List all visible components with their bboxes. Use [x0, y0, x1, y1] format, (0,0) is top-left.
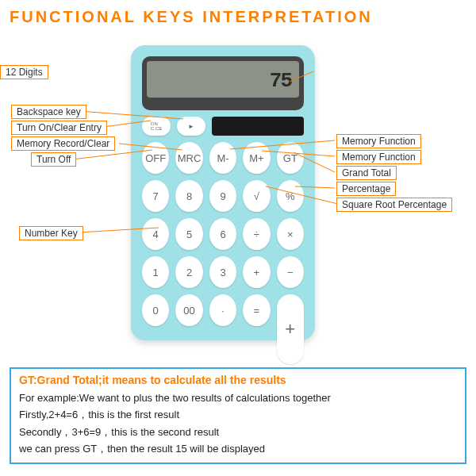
multiply-key[interactable]: ×: [277, 218, 304, 250]
calculator: 75 ON C.CE ► OFF MRC M- M+ GT 7 8 9 √ % …: [131, 45, 315, 340]
num-00[interactable]: 00: [175, 294, 202, 326]
info-l1: For example:We want to plus the two resu…: [19, 390, 457, 406]
num-7[interactable]: 7: [142, 180, 169, 212]
num-4[interactable]: 4: [142, 218, 169, 250]
label-numkey: Number Key: [19, 226, 83, 240]
label-sqrt: Square Root Percentage: [336, 198, 452, 212]
keypad: OFF MRC M- M+ GT 7 8 9 √ % 4 5 6 ÷ × 1 2…: [142, 142, 304, 364]
display: 75: [147, 61, 299, 98]
gt-key[interactable]: GT: [277, 142, 304, 174]
diagram-stage: 75 ON C.CE ► OFF MRC M- M+ GT 7 8 9 √ % …: [0, 29, 476, 363]
info-title: GT:Grand Total;it means to calculate all…: [19, 374, 457, 386]
num-6[interactable]: 6: [209, 218, 236, 250]
num-3[interactable]: 3: [209, 256, 236, 288]
off-key[interactable]: OFF: [142, 142, 169, 174]
sqrt-key[interactable]: √: [243, 180, 270, 212]
on-clear-button[interactable]: ON C.CE: [142, 117, 171, 136]
label-pct: Percentage: [336, 182, 396, 196]
label-digits: 12 Digits: [0, 65, 48, 79]
num-9[interactable]: 9: [209, 180, 236, 212]
info-box: GT:Grand Total;it means to calculate all…: [10, 367, 466, 464]
label-mem1: Memory Function: [336, 134, 421, 148]
decimal-key[interactable]: ·: [209, 294, 236, 326]
plus-key[interactable]: +: [243, 256, 270, 288]
lcd-frame: 75: [142, 56, 304, 110]
info-l3: Secondly，3+6=9，this is the second result: [19, 424, 457, 440]
page-title: FUNCTIONAL KEYS INTERPRETATION: [0, 0, 476, 29]
num-1[interactable]: 1: [142, 256, 169, 288]
num-2[interactable]: 2: [175, 256, 202, 288]
mrc-key[interactable]: MRC: [175, 142, 202, 174]
label-gt: Grand Total: [336, 166, 397, 180]
plus-large-key[interactable]: +: [277, 294, 304, 364]
label-off: Turn Off: [31, 152, 76, 167]
divide-key[interactable]: ÷: [243, 218, 270, 250]
info-l4: we can press GT，then the result 15 will …: [19, 440, 457, 457]
num-8[interactable]: 8: [175, 180, 202, 212]
solar-panel: [212, 117, 304, 136]
equals-key[interactable]: =: [243, 294, 270, 326]
m-plus-key[interactable]: M+: [243, 142, 270, 174]
info-l2: Firstly,2+4=6，this is the first result: [19, 406, 457, 423]
num-0[interactable]: 0: [142, 294, 169, 326]
label-mrc: Memory Record/Clear: [11, 136, 115, 151]
label-onclear: Turn On/Clear Entry: [11, 121, 107, 135]
m-minus-key[interactable]: M-: [209, 142, 236, 174]
label-backspace: Backspace key: [11, 105, 86, 119]
num-5[interactable]: 5: [175, 218, 202, 250]
percent-key[interactable]: %: [277, 180, 304, 212]
label-mem2: Memory Function: [336, 150, 421, 164]
backspace-button[interactable]: ►: [177, 117, 205, 136]
minus-key[interactable]: −: [277, 256, 304, 288]
